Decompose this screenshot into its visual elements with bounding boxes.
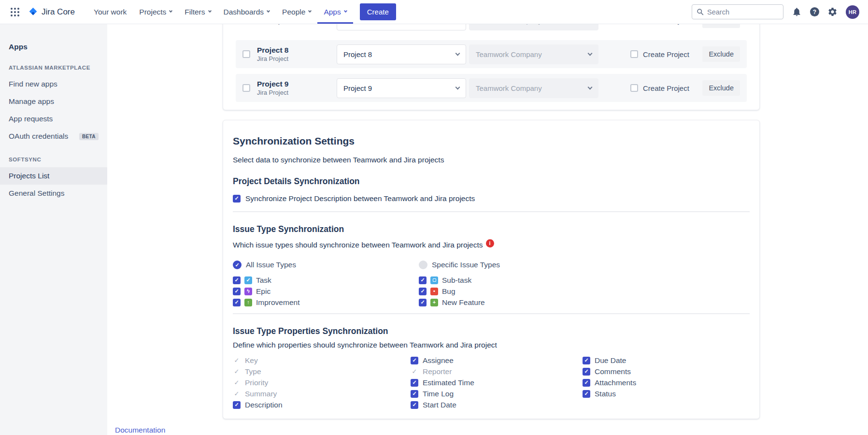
help-icon[interactable]: ? <box>810 7 819 16</box>
property-checkbox[interactable] <box>583 368 590 376</box>
new-feature-icon: + <box>430 299 438 306</box>
jira-project-select[interactable]: Project 8 <box>337 44 466 64</box>
exclude-button[interactable]: Exclude <box>702 80 740 96</box>
create-project-option[interactable]: Create Project <box>630 84 689 92</box>
property-checkbox[interactable] <box>583 357 590 364</box>
search-box[interactable] <box>692 4 783 19</box>
brand[interactable]: Jira Core <box>28 7 75 17</box>
project-row: Project 9Jira ProjectProject 9Teamwork C… <box>236 74 747 102</box>
create-project-checkbox[interactable] <box>630 50 638 58</box>
radio-control[interactable] <box>419 261 427 269</box>
issue-type-checkbox[interactable] <box>233 299 241 306</box>
property-start-date[interactable]: Start Date <box>411 401 583 409</box>
create-project-option[interactable]: Create Project <box>630 50 689 58</box>
issue-type-task[interactable]: ✓Task <box>233 276 419 284</box>
property-comments[interactable]: Comments <box>583 367 750 376</box>
sidebar-item-find-new-apps[interactable]: Find new apps <box>0 75 107 93</box>
radio-specific-issue-types[interactable]: Specific Issue Types <box>419 261 750 269</box>
radio-all-issue-types[interactable]: All Issue Types <box>233 261 419 269</box>
row-select-checkbox[interactable] <box>242 84 250 92</box>
issue-type-checkbox[interactable] <box>419 276 427 284</box>
issue-type-sub-task[interactable]: Sub-task <box>419 276 750 284</box>
primary-nav: Your workProjectsFiltersDashboardsPeople… <box>87 0 353 24</box>
property-label: Key <box>245 356 258 365</box>
radio-control[interactable] <box>233 261 242 269</box>
property-label: Description <box>245 401 283 409</box>
issue-types-grid: ✓TaskSub-taskϟEpic•Bug↑Improvement+New F… <box>233 276 750 306</box>
property-priority: ✓Priority <box>233 378 411 387</box>
sidebar-item-general-settings[interactable]: General Settings <box>0 185 107 202</box>
chevron-down-icon <box>308 9 312 13</box>
property-assignee[interactable]: Assignee <box>411 356 583 364</box>
issue-type-improvement[interactable]: ↑Improvement <box>233 298 419 306</box>
notifications-bell-icon[interactable] <box>792 7 802 17</box>
issue-type-checkbox[interactable] <box>419 299 427 306</box>
property-checkbox[interactable] <box>411 390 418 398</box>
projects-card: Jira ProjectTeamwork CompanyCreate Proje… <box>223 24 760 110</box>
issue-type-properties-heading: Issue Type Properties Synchronization <box>233 326 750 336</box>
nav-item-apps[interactable]: Apps <box>317 0 353 24</box>
issue-type-checkbox[interactable] <box>419 288 427 295</box>
property-time-log[interactable]: Time Log <box>411 390 583 398</box>
sidebar-item-manage-apps[interactable]: Manage apps <box>0 93 107 110</box>
jira-project-select-value: Project 8 <box>343 50 372 58</box>
info-icon[interactable]: i <box>486 239 494 247</box>
exclude-button[interactable]: Exclude <box>702 46 740 62</box>
documentation-link[interactable]: Documentation <box>115 426 165 435</box>
app-switcher-icon[interactable] <box>9 6 21 18</box>
property-estimated-time[interactable]: Estimated Time <box>411 378 583 387</box>
property-description[interactable]: Description <box>233 401 411 409</box>
issue-type-checkbox[interactable] <box>233 276 241 284</box>
jira-project-select[interactable]: Project 9 <box>337 78 466 98</box>
subtask-glyph <box>433 278 436 282</box>
issue-type-bug[interactable]: •Bug <box>419 287 750 295</box>
jira-project-select-value: Project 9 <box>343 84 372 92</box>
task-icon: ✓ <box>244 276 252 284</box>
sidebar-section: ATLASSIAN MARKETPLACEFind new appsManage… <box>0 65 107 145</box>
jira-project-select[interactable] <box>337 24 466 30</box>
property-checkbox[interactable] <box>411 401 418 409</box>
property-status[interactable]: Status <box>583 390 750 398</box>
sidebar-section: SOFTSYNCProjects ListGeneral Settings <box>0 157 107 202</box>
sync-description-option[interactable]: Synchronize Project Description between … <box>233 194 750 203</box>
issue-type-checkbox[interactable] <box>233 288 241 295</box>
property-attachments[interactable]: Attachments <box>583 378 750 387</box>
property-label: Comments <box>595 367 631 376</box>
sync-description-checkbox[interactable] <box>233 195 241 203</box>
avatar[interactable]: HR <box>846 5 859 19</box>
divider <box>233 313 750 314</box>
main-content: Jira ProjectTeamwork CompanyCreate Proje… <box>107 24 868 435</box>
create-project-checkbox[interactable] <box>630 84 638 92</box>
exclude-button[interactable]: Exclude <box>702 24 740 28</box>
chevron-down-icon <box>344 9 347 13</box>
create-button[interactable]: Create <box>360 3 396 20</box>
project-name: Project 8 <box>257 46 288 54</box>
property-label: Estimated Time <box>423 378 474 387</box>
teamwork-company-select-value: Teamwork Company <box>476 24 542 25</box>
row-select-checkbox[interactable] <box>242 50 250 58</box>
nav-item-projects[interactable]: Projects <box>133 0 178 24</box>
property-label: Time Log <box>423 390 454 398</box>
beta-badge: BETA <box>79 133 99 140</box>
property-checkbox[interactable] <box>583 390 590 398</box>
property-due-date[interactable]: Due Date <box>583 356 750 364</box>
sidebar-item-projects-list[interactable]: Projects List <box>0 167 107 185</box>
settings-gear-icon[interactable] <box>827 7 838 17</box>
create-project-option[interactable]: Create Project <box>630 24 689 25</box>
nav-item-your-work[interactable]: Your work <box>87 0 133 24</box>
nav-item-people[interactable]: People <box>276 0 317 24</box>
issue-type-new-feature[interactable]: +New Feature <box>419 298 750 306</box>
sidebar-item-app-requests[interactable]: App requests <box>0 110 107 128</box>
property-checkbox[interactable] <box>583 379 590 387</box>
property-checkbox[interactable] <box>411 357 418 364</box>
issue-type-epic[interactable]: ϟEpic <box>233 287 419 295</box>
nav-item-label: Apps <box>324 8 341 16</box>
sidebar-item-oauth-credentials[interactable]: OAuth credentialsBETA <box>0 128 107 145</box>
divider <box>233 211 750 212</box>
nav-item-dashboards[interactable]: Dashboards <box>217 0 276 24</box>
search-input[interactable] <box>707 8 779 16</box>
property-checkbox[interactable] <box>233 401 241 409</box>
property-checkbox[interactable] <box>411 379 418 387</box>
bug-icon: • <box>430 288 438 295</box>
nav-item-filters[interactable]: Filters <box>178 0 217 24</box>
